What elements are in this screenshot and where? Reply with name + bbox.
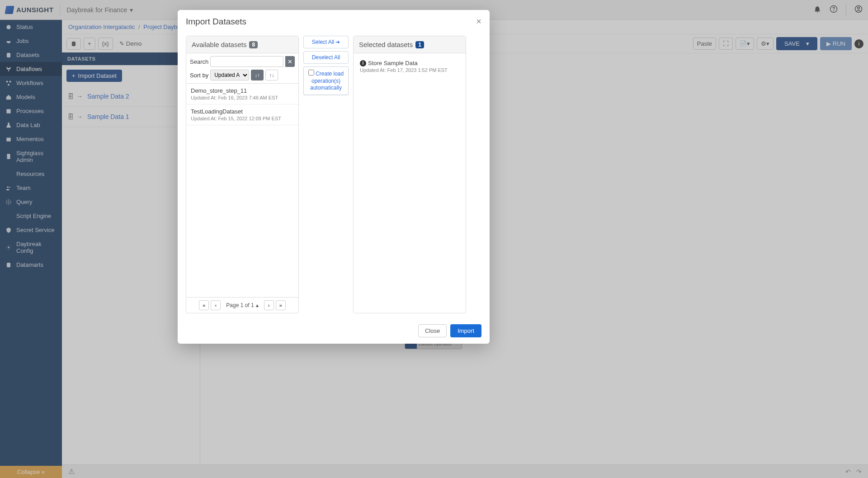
pager-prev-button[interactable]: ‹ bbox=[211, 300, 221, 310]
sort-select[interactable]: Updated At bbox=[210, 70, 249, 80]
sort-label: Sort by bbox=[190, 72, 208, 79]
pager: « ‹ Page 1 of 1▴ › » bbox=[186, 297, 298, 313]
available-item[interactable]: TestLoadingDataset Updated At: Feb 15, 2… bbox=[186, 104, 298, 125]
search-row: Search ✕ bbox=[186, 53, 298, 70]
modal-footer: Close Import bbox=[178, 320, 490, 344]
info-circle-icon: i bbox=[360, 60, 366, 66]
close-icon[interactable]: × bbox=[476, 16, 481, 27]
search-input[interactable] bbox=[210, 56, 283, 67]
sort-asc-button[interactable]: ↑↓ bbox=[265, 70, 278, 80]
import-button[interactable]: Import bbox=[450, 324, 481, 337]
available-panel-header: Available datasets 8 bbox=[186, 36, 298, 53]
selected-count-badge: 1 bbox=[415, 41, 424, 48]
caret-up-icon: ▴ bbox=[256, 302, 259, 308]
deselect-all-button[interactable]: Deselect All bbox=[303, 51, 349, 64]
create-load-toggle[interactable]: Create load operation(s) automatically bbox=[303, 66, 349, 95]
item-name: Demo_store_step_11 bbox=[191, 87, 294, 94]
pager-first-button[interactable]: « bbox=[199, 300, 209, 310]
selected-datasets-panel: Selected datasets 1 i Store Sample Data … bbox=[353, 36, 466, 313]
select-all-button[interactable]: Select All ➔ bbox=[303, 36, 349, 48]
available-datasets-panel: Available datasets 8 Search ✕ Sort by Up… bbox=[186, 36, 299, 313]
clear-search-button[interactable]: ✕ bbox=[285, 56, 295, 67]
modal-title: Import Datasets bbox=[186, 17, 246, 27]
available-count-badge: 8 bbox=[249, 41, 258, 48]
pager-last-button[interactable]: » bbox=[276, 300, 286, 310]
item-meta: Updated At: Feb 17, 2023 1:52 PM EST bbox=[360, 67, 459, 73]
available-item[interactable]: Demo_store_step_11 Updated At: Feb 16, 2… bbox=[186, 84, 298, 104]
modal-header: Import Datasets × bbox=[178, 10, 490, 33]
selected-panel-header: Selected datasets 1 bbox=[354, 36, 466, 53]
selected-list: i Store Sample Data Updated At: Feb 17, … bbox=[354, 53, 466, 79]
pager-next-button[interactable]: › bbox=[264, 300, 274, 310]
arrow-circle-right-icon: ➔ bbox=[335, 39, 340, 45]
item-name: TestLoadingDataset bbox=[191, 108, 294, 115]
item-meta: Updated At: Feb 16, 2023 7:48 AM EST bbox=[191, 95, 294, 100]
sort-desc-button[interactable]: ↓↑ bbox=[251, 70, 264, 80]
item-meta: Updated At: Feb 15, 2022 12:09 PM EST bbox=[191, 116, 294, 121]
available-list: Demo_store_step_11 Updated At: Feb 16, 2… bbox=[186, 84, 298, 297]
sort-row: Sort by Updated At ↓↑ ↑↓ bbox=[186, 70, 298, 84]
transfer-actions: Select All ➔ Deselect All Create load op… bbox=[303, 36, 349, 313]
pager-text[interactable]: Page 1 of 1▴ bbox=[222, 301, 262, 310]
create-load-checkbox[interactable] bbox=[308, 70, 314, 76]
selected-item[interactable]: i Store Sample Data Updated At: Feb 17, … bbox=[358, 57, 461, 76]
search-label: Search bbox=[190, 58, 208, 65]
close-button[interactable]: Close bbox=[418, 324, 447, 337]
item-name: i Store Sample Data bbox=[360, 60, 459, 66]
import-datasets-modal: Import Datasets × Available datasets 8 S… bbox=[178, 10, 490, 344]
